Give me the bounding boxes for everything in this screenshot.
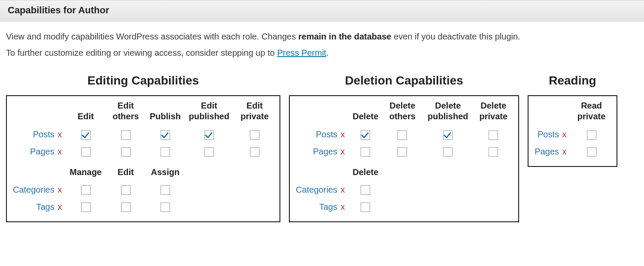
col-read-private: Read private: [571, 99, 612, 126]
panel-reading: Reading Read private Posts x: [528, 74, 617, 167]
deletion-table: Delete Delete others Delete published De…: [292, 99, 514, 215]
chk-edit-private-posts[interactable]: [250, 130, 259, 140]
chk-edit-categories[interactable]: [121, 185, 131, 195]
row-deletion-pages: Pages x: [292, 143, 514, 160]
row-link-pages-del[interactable]: Pages: [313, 147, 337, 156]
row-editing-pages: Pages x: [9, 143, 275, 160]
col-delete-tax: Delete: [349, 160, 382, 181]
chk-edit-others-posts[interactable]: [121, 130, 131, 140]
reading-table: Read private Posts x Pages x: [531, 99, 612, 160]
panel-deletion-title: Deletion Capabilities: [345, 74, 463, 88]
row-link-tags-del[interactable]: Tags: [319, 202, 337, 212]
chk-delete-published-posts[interactable]: [443, 130, 453, 140]
intro-line1-c: even if you deactivate this plugin.: [394, 32, 520, 41]
chk-publish-pages[interactable]: [161, 147, 170, 157]
col-edit: Edit: [66, 99, 105, 126]
row-x-pages-read[interactable]: x: [562, 147, 567, 156]
chk-delete-tags[interactable]: [361, 203, 370, 212]
col-delete: Delete: [349, 99, 382, 126]
row-x-pages-del[interactable]: x: [340, 147, 345, 156]
chk-assign-tags[interactable]: [161, 203, 170, 212]
row-x-tags[interactable]: x: [57, 202, 62, 212]
col-edit-tax: Edit: [105, 160, 146, 181]
row-deletion-posts: Posts x: [292, 126, 514, 143]
row-link-posts[interactable]: Posts: [33, 130, 55, 139]
chk-edit-published-pages[interactable]: [204, 147, 214, 157]
intro-line1-b: remain in the database: [298, 32, 392, 41]
chk-delete-private-posts[interactable]: [489, 130, 498, 140]
row-link-categories[interactable]: Categories: [13, 185, 55, 194]
intro-line2-a: To further customize editing or viewing …: [6, 48, 277, 57]
chk-delete-posts[interactable]: [361, 130, 370, 140]
chk-publish-posts[interactable]: [161, 130, 170, 140]
row-x-posts-del[interactable]: x: [340, 130, 345, 139]
row-deletion-categories: Categories x: [292, 181, 514, 198]
col-edit-others: Edit others: [105, 99, 146, 126]
chk-edit-pages[interactable]: [81, 147, 91, 157]
col-edit-private: Edit private: [234, 99, 275, 126]
press-permit-link[interactable]: Press Permit: [277, 48, 326, 57]
chk-edit-private-pages[interactable]: [250, 147, 259, 157]
chk-edit-others-pages[interactable]: [121, 147, 131, 157]
row-link-categories-del[interactable]: Categories: [296, 185, 337, 194]
row-editing-tags: Tags x: [9, 198, 275, 215]
row-link-tags[interactable]: Tags: [36, 202, 54, 212]
intro-line1-a: View and modify capabilities WordPress a…: [6, 32, 298, 41]
row-reading-pages: Pages x: [531, 143, 612, 160]
chk-assign-categories[interactable]: [161, 185, 170, 195]
intro-text: View and modify capabilities WordPress a…: [0, 21, 644, 61]
editing-table: Edit Edit others Publish Edit published …: [9, 99, 275, 215]
row-x-tags-del[interactable]: x: [340, 202, 345, 212]
row-x-posts[interactable]: x: [57, 130, 62, 139]
chk-delete-others-pages[interactable]: [398, 147, 407, 157]
chk-delete-private-pages[interactable]: [489, 147, 498, 157]
col-assign: Assign: [146, 160, 184, 181]
col-publish: Publish: [146, 99, 184, 126]
row-x-posts-read[interactable]: x: [562, 130, 567, 139]
row-editing-posts: Posts x: [9, 126, 275, 143]
col-delete-private: Delete private: [473, 99, 514, 126]
col-delete-published: Delete published: [423, 99, 473, 126]
chk-delete-others-posts[interactable]: [398, 130, 407, 140]
chk-edit-tags[interactable]: [121, 203, 131, 212]
row-link-posts-del[interactable]: Posts: [316, 130, 337, 139]
chk-delete-pages[interactable]: [361, 147, 370, 157]
row-x-categories[interactable]: x: [57, 185, 62, 194]
panel-editing-title: Editing Capabilities: [88, 74, 199, 88]
chk-manage-tags[interactable]: [81, 203, 91, 212]
panel-editing: Editing Capabilities Edit Edit others Pu…: [6, 74, 280, 222]
chk-read-private-posts[interactable]: [587, 130, 596, 140]
row-reading-posts: Posts x: [531, 126, 612, 143]
panel-deletion: Deletion Capabilities Delete Delete othe…: [289, 74, 519, 222]
col-manage: Manage: [66, 160, 105, 181]
col-edit-published: Edit published: [184, 99, 234, 126]
intro-line2-b: .: [326, 48, 329, 57]
row-x-pages[interactable]: x: [57, 147, 62, 156]
chk-delete-categories[interactable]: [361, 185, 370, 195]
row-x-categories-del[interactable]: x: [340, 185, 345, 194]
chk-manage-categories[interactable]: [81, 185, 91, 195]
row-link-posts-read[interactable]: Posts: [538, 130, 559, 139]
chk-delete-published-pages[interactable]: [443, 147, 453, 157]
row-deletion-tags: Tags x: [292, 198, 514, 215]
chk-edit-published-posts[interactable]: [204, 130, 214, 140]
chk-edit-posts[interactable]: [81, 130, 91, 140]
chk-read-private-pages[interactable]: [587, 147, 596, 157]
row-link-pages[interactable]: Pages: [30, 147, 55, 156]
page-title: Capabilities for Author: [0, 0, 644, 21]
col-delete-others: Delete others: [382, 99, 423, 126]
row-editing-categories: Categories x: [9, 181, 275, 198]
panel-reading-title: Reading: [549, 74, 596, 88]
row-link-pages-read[interactable]: Pages: [535, 147, 559, 156]
